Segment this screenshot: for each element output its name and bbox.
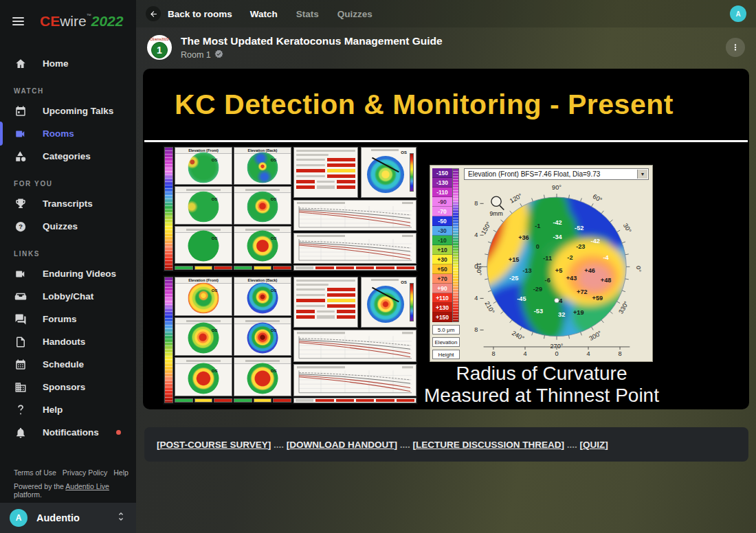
sidebar-item-rooms[interactable]: Rooms <box>0 122 136 145</box>
sidebar-item-quizzes[interactable]: ? Quizzes <box>0 215 136 238</box>
thickness-charts <box>293 200 416 264</box>
map-mode-dropdown[interactable]: Elevation (Front) BFS=7.46 Float, Dia=9.… <box>464 168 649 180</box>
eye-label: OS <box>271 368 277 372</box>
sidebar-item-transcripts[interactable]: Transcripts <box>0 192 136 215</box>
footer-link-terms-of-use[interactable]: Terms of Use <box>14 468 56 477</box>
topography-map-cell: Elevation (Front) OS <box>175 147 232 185</box>
sidebar-section: LINKS Enduring Videos Lobby/Chat Forums … <box>0 250 136 444</box>
svg-text:-25: -25 <box>509 275 518 282</box>
bell-icon <box>14 427 27 439</box>
svg-text:0: 0 <box>536 243 540 250</box>
back-to-rooms-button[interactable]: Back to rooms <box>146 6 232 21</box>
user-menu[interactable]: A Audentio <box>0 503 136 533</box>
footer-link-help[interactable]: Help <box>113 468 129 477</box>
sidebar-item-label: Lobby/Chat <box>43 291 93 302</box>
section-title: FOR YOU <box>14 180 136 188</box>
notification-dot <box>116 430 121 435</box>
eye-label: OS <box>271 236 277 240</box>
sidebar-item-label: Help <box>43 405 63 415</box>
topbar-avatar[interactable]: A <box>730 5 746 22</box>
topography-map-cell: OS <box>234 226 291 264</box>
sidebar-item-schedule[interactable]: Schedule <box>0 353 136 376</box>
svg-text:150°: 150° <box>480 220 492 236</box>
presentation-slide[interactable]: KC Detection & Monitoring - Present Elev… <box>143 69 749 409</box>
eye-label: OS <box>401 280 407 284</box>
pti-chart <box>293 233 416 264</box>
svg-text:+5: +5 <box>555 267 562 274</box>
resource-link-download-handout[interactable]: DOWNLOAD HANDOUT <box>289 440 394 450</box>
topography-map-cell: OS <box>175 357 232 396</box>
svg-text:8: 8 <box>474 326 478 333</box>
couch-icon <box>14 291 27 303</box>
logo-ce: CE <box>40 13 60 29</box>
sidebar-section: WATCH Upcoming Talks Rooms Categories <box>0 87 136 168</box>
sidebar-item-label: Sponsors <box>43 382 85 392</box>
tab-stats[interactable]: Stats <box>296 9 319 19</box>
slide-title: KC Detection & Monitoring - Present <box>175 89 674 121</box>
thickness-color-scale <box>410 153 414 192</box>
sidebar-item-help[interactable]: Help <box>0 398 136 421</box>
scale-cells: -150-130-110-90-70-50-30-10+10+30+50+70+… <box>432 168 452 322</box>
eye-label: OS <box>271 157 277 161</box>
tab-quizzes[interactable]: Quizzes <box>337 9 373 19</box>
sidebar-item-label: Upcoming Talks <box>43 106 113 116</box>
room-title: The Most Updated Keratoconus Management … <box>181 35 443 47</box>
svg-text:?: ? <box>19 223 23 230</box>
svg-text:-23: -23 <box>576 243 585 250</box>
scale-cell: -150 <box>432 168 452 178</box>
svg-text:4: 4 <box>523 350 526 357</box>
svg-text:240°: 240° <box>511 330 526 342</box>
sidebar-item-label: Enduring Videos <box>43 269 116 279</box>
slide-divider <box>144 140 748 142</box>
pti-chart <box>293 364 416 396</box>
eye-label: OS <box>212 197 218 201</box>
svg-text:+59: +59 <box>592 295 603 302</box>
topography-map: OS <box>247 363 278 394</box>
resource-link-quiz[interactable]: QUIZ <box>583 440 605 450</box>
topbar-tabs: WatchStatsQuizzes <box>250 9 373 19</box>
resource-link-post-course-survey[interactable]: POST-COURSE SURVEY <box>160 440 268 450</box>
dropdown-arrow-icon: ▼ <box>637 170 647 179</box>
sidebar-item-label: Notifications <box>43 427 99 438</box>
resource-link-lecture-discussion-thread[interactable]: LECTURE DISCUSSION THREAD <box>416 440 562 450</box>
svg-text:+43: +43 <box>566 275 577 282</box>
sidebar-item-lobby-chat[interactable]: Lobby/Chat <box>0 285 136 308</box>
eye-label: OS <box>212 328 218 332</box>
sidebar-item-forums[interactable]: Forums <box>0 308 136 330</box>
caption-line2: Measured at Thinnest Point <box>404 385 679 407</box>
resource-links-bar: [POST-COURSE SURVEY] .... [DOWNLOAD HAND… <box>144 427 748 462</box>
panel-color-scale <box>164 277 173 403</box>
sidebar-item-label: Categories <box>43 151 91 161</box>
thinnest-point-marker <box>555 298 559 303</box>
svg-text:-2: -2 <box>567 254 572 261</box>
svg-text:-1: -1 <box>535 223 540 229</box>
back-arrow-icon <box>146 6 161 21</box>
ctsp-chart <box>293 200 416 231</box>
footer-link-privacy-policy[interactable]: Privacy Policy <box>63 468 107 477</box>
sidebar-item-sponsors[interactable]: Sponsors <box>0 376 136 398</box>
room-subtitle: Room 1 <box>181 50 211 60</box>
link-separator: .... <box>564 440 580 450</box>
scale-cell: +90 <box>432 284 452 293</box>
app-logo: CEwire™2022 <box>40 13 123 30</box>
eye-label: OS <box>271 328 277 332</box>
elevation-map-panel: -150-130-110-90-70-50-30-10+10+30+50+70+… <box>430 165 653 362</box>
scale-cell: -130 <box>432 178 452 188</box>
shapes-icon <box>14 150 27 163</box>
thickness-map-circle <box>367 156 404 193</box>
sidebar-item-upcoming-talks[interactable]: Upcoming Talks <box>0 100 136 122</box>
section-title: LINKS <box>14 250 136 258</box>
home-icon <box>14 58 27 70</box>
sidebar-item-categories[interactable]: Categories <box>0 145 136 168</box>
link-separator: .... <box>271 440 287 450</box>
room-options-button[interactable] <box>726 38 745 57</box>
svg-text:-53: -53 <box>534 308 543 315</box>
sidebar-item-enduring-videos[interactable]: Enduring Videos <box>0 262 136 285</box>
sidebar-item-notifications[interactable]: Notifications <box>0 421 136 444</box>
scale-cell: +130 <box>432 303 452 313</box>
audentio-live-link[interactable]: Audentio Live <box>65 482 109 490</box>
tab-watch[interactable]: Watch <box>250 9 278 19</box>
sidebar-item-home[interactable]: Home <box>0 52 136 75</box>
hamburger-menu-icon[interactable] <box>12 17 24 27</box>
sidebar-item-handouts[interactable]: Handouts <box>0 330 136 353</box>
